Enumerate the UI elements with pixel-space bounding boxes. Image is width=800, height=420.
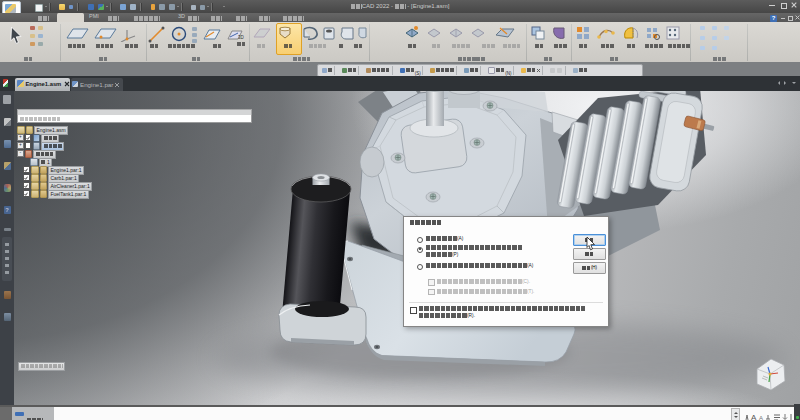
svg-text:A: A bbox=[751, 413, 757, 420]
svg-text:A: A bbox=[759, 415, 763, 420]
